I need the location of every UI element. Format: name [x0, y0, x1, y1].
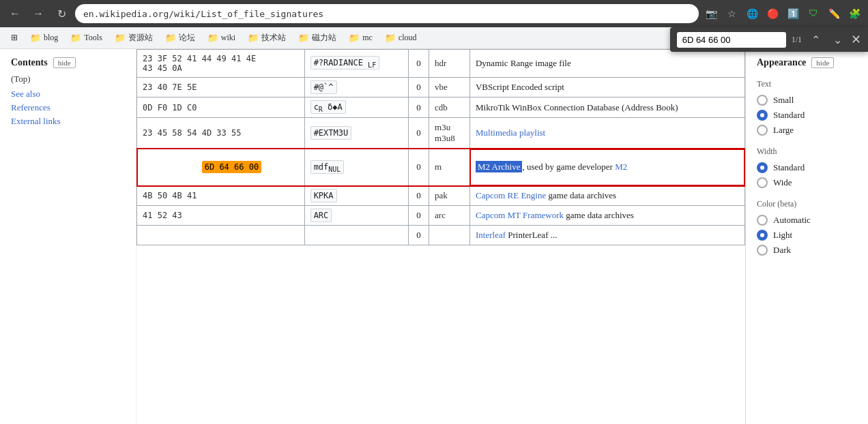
extension-cell: arc — [429, 206, 470, 226]
globe-icon[interactable]: 🌐 — [744, 5, 760, 22]
width-wide-label: Wide — [773, 177, 792, 188]
color-light-option[interactable]: Light — [757, 230, 857, 241]
table-row: 23 40 7E 5E #@`^ 0 vbe VBScript Encoded … — [137, 78, 745, 97]
offset-cell: 0 — [408, 149, 429, 186]
signature-cell: KPKA — [304, 186, 408, 206]
extension-icon-red[interactable]: 🔴 — [764, 5, 781, 22]
hex-cell: 0D F0 1D C0 — [137, 97, 305, 118]
bookmark-jishu[interactable]: 📁 技术站 — [242, 30, 291, 46]
m2-link[interactable]: M2 — [615, 162, 627, 172]
width-standard-option[interactable]: Standard — [757, 162, 857, 173]
bookmark-label: blog — [44, 33, 58, 43]
browser-chrome: ← → ↻ en.wikipedia.org/wiki/List_of_file… — [0, 0, 868, 27]
bookmark-ziyuanzhan[interactable]: 📁 资源站 — [109, 30, 158, 46]
signature-value: KPKA — [310, 189, 337, 202]
offset-cell: 0 — [408, 118, 429, 149]
bookmark-cili[interactable]: 📁 磁力站 — [293, 30, 342, 46]
bookmark-wiki[interactable]: 📁 wiki — [202, 31, 241, 46]
star-icon[interactable]: ☆ — [723, 5, 740, 22]
extension-icon-puzzle[interactable]: 🧩 — [846, 5, 863, 22]
extension-icon-shield[interactable]: 🛡 — [805, 5, 822, 22]
signature-cell: ARC — [304, 206, 408, 226]
hex-cell: 23 40 7E 5E — [137, 78, 305, 97]
interleaf-link[interactable]: Interleaf — [476, 230, 506, 240]
description-cell: MikroTik WinBox Connection Database (Add… — [469, 97, 744, 118]
signature-value: cR δ◆A — [310, 100, 346, 114]
folder-icon: 📁 — [385, 33, 396, 44]
find-input[interactable] — [677, 32, 786, 48]
sidebar-top[interactable]: (Top) — [11, 74, 125, 85]
extension-cell: m — [429, 149, 470, 186]
offset-cell: 0 — [408, 97, 429, 118]
appearance-hide-button[interactable]: hide — [811, 57, 834, 68]
width-standard-radio[interactable] — [757, 162, 768, 173]
find-close-button[interactable]: ✕ — [851, 32, 861, 47]
signature-cell: #EXTM3U — [304, 118, 408, 149]
table-row: 41 52 43 ARC 0 arc Capcom MT Framework g… — [137, 206, 745, 226]
bookmark-tools[interactable]: 📁 Tools — [65, 31, 108, 46]
hex-cell — [137, 226, 305, 245]
color-group: Automatic Light Dark — [757, 215, 857, 256]
sidebar-external-links[interactable]: External links — [11, 116, 125, 127]
sidebar-hide-button[interactable]: hide — [53, 57, 76, 68]
appearance-title: Appearance — [757, 57, 806, 68]
signature-value: ARC — [310, 209, 332, 222]
description-cell: Capcom MT Framework game data archives — [469, 206, 744, 226]
table-row: 4B 50 4B 41 KPKA 0 pak Capcom RE Engine … — [137, 186, 745, 206]
signature-cell — [304, 226, 408, 245]
reload-button[interactable]: ↻ — [52, 4, 71, 23]
sidebar-references[interactable]: References — [11, 102, 125, 113]
text-standard-label: Standard — [773, 110, 805, 121]
description-link[interactable]: Multimedia playlist — [476, 127, 545, 138]
forward-button[interactable]: → — [29, 4, 48, 23]
text-standard-radio[interactable] — [757, 110, 768, 121]
bookmark-label: 资源站 — [128, 32, 153, 44]
bookmark-label: wiki — [221, 33, 235, 43]
bookmark-label: Tools — [84, 33, 102, 43]
back-button[interactable]: ← — [5, 4, 25, 23]
bookmark-mc[interactable]: 📁 mc — [343, 31, 378, 46]
text-standard-option[interactable]: Standard — [757, 110, 857, 121]
extension-cell: vbe — [429, 78, 470, 97]
bookmark-luntan[interactable]: 📁 论坛 — [160, 30, 201, 46]
bookmark-apps[interactable]: ⊞ — [5, 31, 23, 45]
text-large-option[interactable]: Large — [757, 125, 857, 136]
width-group: Standard Wide — [757, 162, 857, 188]
signature-value: #EXTM3U — [310, 126, 352, 140]
main-content: 23 3F 52 41 44 49 41 4E43 45 0A #?RADIAN… — [136, 49, 745, 424]
bookmark-blog[interactable]: 📁 blog — [25, 31, 63, 46]
bookmark-cloud[interactable]: 📁 cloud — [379, 31, 422, 46]
text-small-option[interactable]: Small — [757, 95, 857, 106]
color-auto-radio[interactable] — [757, 215, 768, 226]
extension-icon-pen[interactable]: ✏️ — [826, 5, 842, 22]
text-small-radio[interactable] — [757, 95, 768, 106]
width-wide-option[interactable]: Wide — [757, 177, 857, 188]
color-auto-option[interactable]: Automatic — [757, 215, 857, 226]
screenshot-icon[interactable]: 📷 — [703, 5, 719, 22]
width-wide-radio[interactable] — [757, 177, 768, 188]
text-small-label: Small — [773, 95, 794, 106]
extension-icon-1[interactable]: 1️⃣ — [785, 5, 801, 22]
color-auto-label: Automatic — [773, 215, 811, 226]
signature-value: mdfNUL — [310, 160, 345, 174]
find-prev-button[interactable]: ⌃ — [807, 31, 824, 48]
color-dark-option[interactable]: Dark — [757, 245, 857, 256]
hex-cell: 23 45 58 54 4D 33 55 — [137, 118, 305, 149]
signature-cell: mdfNUL — [304, 149, 408, 186]
table-row: 0D F0 1D C0 cR δ◆A 0 cdb MikroTik WinBox… — [137, 97, 745, 118]
signature-value: #?RADIANCE LF — [310, 56, 380, 70]
capcom-mt-link[interactable]: Capcom MT Framework — [476, 210, 564, 220]
text-large-radio[interactable] — [757, 125, 768, 136]
hex-cell: 41 52 43 — [137, 206, 305, 226]
sidebar-see-also[interactable]: See also — [11, 89, 125, 100]
color-dark-radio[interactable] — [757, 245, 768, 256]
find-count: 1/1 — [792, 35, 802, 45]
capcom-re-link[interactable]: Capcom RE Engine — [476, 190, 546, 200]
address-bar[interactable]: en.wikipedia.org/wiki/List_of_file_signa… — [75, 4, 699, 23]
table-row: 23 3F 52 41 44 49 41 4E43 45 0A #?RADIAN… — [137, 50, 745, 78]
table-row: 23 45 58 54 4D 33 55 #EXTM3U 0 m3um3u8 M… — [137, 118, 745, 149]
find-next-button[interactable]: ⌄ — [829, 31, 845, 48]
color-light-radio[interactable] — [757, 230, 768, 241]
description-cell: Capcom RE Engine game data archives — [469, 186, 744, 206]
signature-value: #@`^ — [310, 80, 337, 94]
